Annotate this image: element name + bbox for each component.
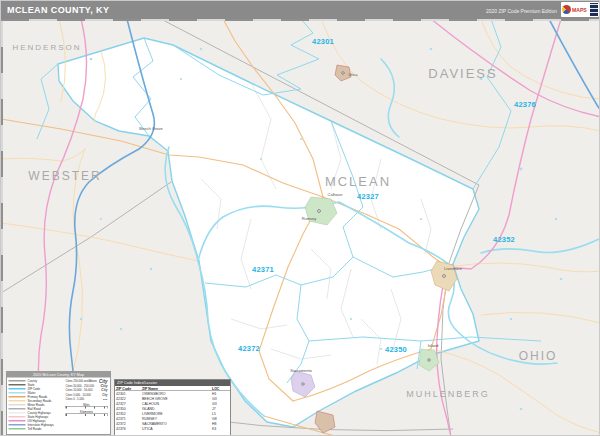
legend-swatch (9, 428, 26, 430)
legend-box: 2020 McLean County, KY Map County (6, 371, 111, 435)
mclean-county-shape (58, 38, 479, 427)
legend-swatch (9, 384, 26, 386)
map-canvas: HENDERSONWEBSTERDAVIESSMCLEANOHIOMUHLENB… (1, 19, 600, 436)
logo-wordmark: MAPS (572, 7, 587, 12)
header-bar: MCLEAN COUNTY, KY 2020 ZIP Code Premium … (1, 1, 600, 19)
legend-swatch (9, 400, 26, 402)
logo-card (590, 3, 598, 16)
legend-swatch (9, 392, 26, 394)
edition-label: 2020 ZIP Code Premium Edition (486, 8, 557, 14)
legend-swatch (9, 412, 26, 414)
zip-table-body: 42301 OWENSBORO H1 42322 BEECH GROVE G3 (115, 391, 230, 431)
legend-city-sizes: Cities 250,000 and Above City Cities 50,… (66, 379, 108, 402)
city-size-example: City (103, 397, 108, 400)
legend-swatch (9, 396, 26, 398)
legend-swatch (9, 388, 26, 390)
logo-globe-icon (562, 5, 571, 14)
legend-item: Toll Roads (9, 427, 65, 431)
page-title: MCLEAN COUNTY, KY (7, 5, 109, 15)
miles-bar (66, 406, 108, 409)
map-poster: MCLEAN COUNTY, KY 2020 ZIP Code Premium … (0, 0, 600, 436)
legend-swatch (9, 380, 26, 382)
legend-items: County State ZIP Code (9, 379, 65, 431)
scale-bar-miles: Miles (66, 403, 108, 409)
legend-swatch (9, 416, 26, 418)
city-size-example: City (101, 388, 107, 392)
grid-ticks-top (1, 19, 600, 21)
brand-logo: MAPS (561, 2, 599, 17)
city-size-example: City (102, 393, 107, 396)
scale-bar-kilometers: Kilometers (66, 411, 108, 417)
city-size-example: City (100, 383, 107, 388)
table-row: 42376 UTICA K3 (115, 426, 230, 431)
legend-swatch (9, 408, 26, 410)
legend-swatch (9, 424, 26, 426)
legend-swatch (9, 420, 26, 422)
city-size-row: Cities 0 - 5,000 City (66, 397, 108, 402)
legend-swatch (9, 404, 26, 406)
zip-index-table: ZIP Code Index/Locator ZIP Code ZIP Name… (114, 379, 231, 436)
grid-ticks-left (1, 19, 3, 436)
kilometers-bar (66, 414, 108, 417)
